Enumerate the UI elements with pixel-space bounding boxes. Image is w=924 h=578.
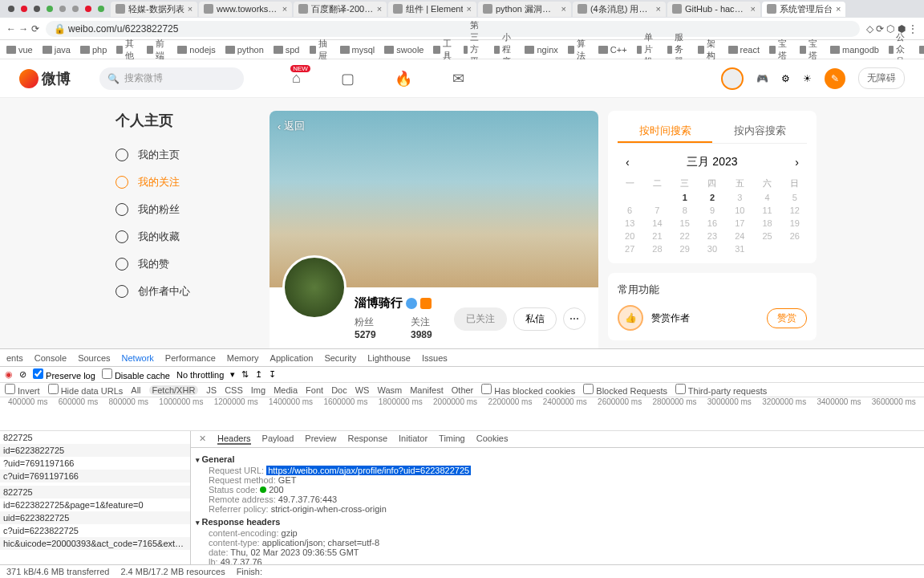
sidebar-item[interactable]: 我的主页 <box>107 141 260 169</box>
bookmark-item[interactable]: 前端 <box>147 38 168 62</box>
common-functions-title: 常用功能 <box>618 283 807 297</box>
verified-badge-icon <box>406 298 417 309</box>
compose-button[interactable]: ✎ <box>825 68 845 89</box>
accessibility-button[interactable]: 无障碍 <box>858 67 905 89</box>
devtools-panel: entsConsoleSourcesNetworkPerformanceMemo… <box>0 348 924 430</box>
weibo-logo-text: 微博 <box>42 69 71 88</box>
bookmark-item[interactable]: go <box>919 45 924 55</box>
game-icon[interactable]: 🎮 <box>756 73 768 84</box>
vip-badge-icon <box>420 298 432 309</box>
sidebar-item[interactable]: 我的赞 <box>107 250 260 278</box>
browser-tab[interactable]: 组件 | Element× <box>388 2 476 17</box>
bookmark-item[interactable]: 架构 <box>698 38 719 62</box>
bookmark-item[interactable]: 其他 <box>116 38 137 62</box>
bookmark-bar: vuejavaphp其他前端nodejspythonspd抽屉mysqlswoo… <box>0 40 924 59</box>
browser-tab[interactable]: 系统管理后台× <box>762 2 845 17</box>
new-badge: NEW <box>290 65 310 72</box>
profile-avatar[interactable] <box>282 255 346 320</box>
nav-message[interactable]: ✉ <box>452 70 464 88</box>
sidebar-item[interactable]: 我的收藏 <box>107 223 260 250</box>
search-icon: 🔍 <box>107 73 120 84</box>
bookmark-item[interactable]: spd <box>274 45 300 55</box>
bookmark-item[interactable]: 工具 <box>433 38 454 62</box>
url-bar[interactable]: 🔒 weibo.com/u/6223822725 <box>46 21 860 37</box>
preserve-log-checkbox[interactable] <box>33 368 43 379</box>
sidebar-title: 个人主页 <box>107 111 260 130</box>
system-buttons <box>3 6 109 12</box>
search-box[interactable]: 🔍 搜索微博 <box>99 67 244 90</box>
browser-tab[interactable]: www.toworks.ws× <box>199 2 292 17</box>
cal-prev[interactable]: ‹ <box>626 156 630 169</box>
bookmark-item[interactable]: php <box>80 45 107 55</box>
bookmark-item[interactable]: 宝塔 <box>800 38 821 62</box>
browser-tab[interactable]: GitHub - hack-paida…× <box>667 2 760 17</box>
bookmark-item[interactable]: nginx <box>525 45 557 55</box>
bookmark-item[interactable]: mysql <box>340 45 375 55</box>
devtools-filters[interactable]: Invert Hide data URLsAllFetch/XHRJSCSSIm… <box>0 383 924 397</box>
calendar-grid[interactable]: 一二三四五六日123456789101112131415161718192021… <box>618 177 807 254</box>
browser-tab[interactable]: python 漏洞检测包_百…× <box>478 2 571 17</box>
nav-hot[interactable]: 🔥 <box>395 70 412 88</box>
bookmark-item[interactable]: 算法 <box>568 38 589 62</box>
nav-home[interactable]: ⌂NEW <box>292 70 301 88</box>
bookmark-item[interactable]: java <box>43 45 71 55</box>
throttling-select[interactable]: No throttling <box>176 370 224 380</box>
user-avatar[interactable] <box>721 67 744 90</box>
header-nav: ⌂NEW ▢ 🔥 ✉ <box>292 70 464 88</box>
browser-tab[interactable]: 百度翻译-200种语言…× <box>294 2 387 17</box>
reward-button[interactable]: 赞赏 <box>767 308 807 328</box>
browser-tab[interactable]: (4条消息) 用Python爬…× <box>573 2 666 17</box>
more-button[interactable]: ⋯ <box>563 307 586 330</box>
browser-tab-bar: 轻媒-数据列表×www.toworks.ws×百度翻译-200种语言…×组件 |… <box>0 0 924 18</box>
weibo-logo[interactable]: 微博 <box>19 67 83 90</box>
profile-name: 淄博骑行 <box>355 295 454 311</box>
search-placeholder: 搜索微博 <box>124 71 163 85</box>
gear-icon[interactable]: ⚙ <box>781 73 790 84</box>
browser-tab[interactable]: 轻媒-数据列表× <box>111 2 197 17</box>
bookmark-item[interactable]: mangodb <box>830 45 879 55</box>
sidebar-item[interactable]: 我的粉丝 <box>107 196 260 223</box>
sidebar-item[interactable]: 我的关注 <box>107 169 260 196</box>
nav-buttons[interactable]: ← → ⟳ <box>6 23 39 35</box>
bookmark-item[interactable]: 宝塔 <box>769 38 790 62</box>
bookmark-item[interactable]: react <box>728 45 760 55</box>
nav-video[interactable]: ▢ <box>341 70 355 88</box>
bookmark-item[interactable]: C++ <box>598 45 627 55</box>
cal-month: 三月 2023 <box>687 155 737 169</box>
weibo-logo-icon <box>19 69 38 88</box>
followed-button[interactable]: 已关注 <box>454 307 507 331</box>
theme-icon[interactable]: ☀ <box>803 73 812 84</box>
tab-content-search[interactable]: 按内容搜索 <box>712 120 807 143</box>
bookmark-item[interactable]: 抽屉 <box>310 38 330 62</box>
dm-button[interactable]: 私信 <box>513 307 557 331</box>
back-link[interactable]: ‹ 返回 <box>278 119 305 133</box>
profile-stats: 粉丝 5279 关注 3989 <box>355 315 454 340</box>
reward-label: 赞赏作者 <box>651 311 690 325</box>
disable-cache-checkbox[interactable] <box>102 368 112 379</box>
bookmark-item[interactable]: nodejs <box>177 45 215 55</box>
tab-time-search[interactable]: 按时间搜索 <box>618 120 712 143</box>
bookmark-item[interactable]: python <box>225 45 264 55</box>
devtools-toolbar[interactable]: ◉⊘ Preserve log Disable cache No throttl… <box>0 367 924 383</box>
bookmark-item[interactable]: vue <box>6 45 33 55</box>
sidebar-item[interactable]: 创作者中心 <box>107 278 260 305</box>
reward-icon: 👍 <box>618 305 643 331</box>
bookmark-item[interactable]: swoole <box>384 45 424 55</box>
devtools-timeline[interactable]: 400000 ms600000 ms800000 ms1000000 ms120… <box>0 397 924 430</box>
devtools-tabs[interactable]: entsConsoleSourcesNetworkPerformanceMemo… <box>0 349 924 367</box>
weibo-header: 微博 🔍 搜索微博 ⌂NEW ▢ 🔥 ✉ 🎮 ⚙ ☀ ✎ 无障碍 <box>0 59 924 98</box>
cal-next[interactable]: › <box>795 156 799 169</box>
